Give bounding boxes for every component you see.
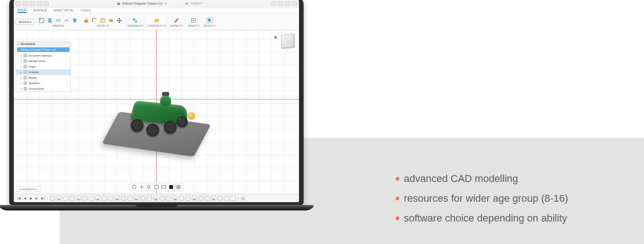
timeline-feature[interactable] bbox=[115, 196, 120, 201]
timeline-feature[interactable] bbox=[160, 196, 165, 201]
tab-sheetmetal[interactable]: SHEET METAL bbox=[53, 9, 74, 12]
timeline-feature[interactable] bbox=[166, 196, 171, 201]
ribbon-group-select-label[interactable]: SELECT ▾ bbox=[204, 24, 216, 27]
view-cube[interactable] bbox=[281, 34, 294, 48]
home-view-icon[interactable] bbox=[273, 35, 278, 40]
timeline-feature[interactable] bbox=[224, 196, 229, 201]
loft-icon[interactable] bbox=[71, 17, 78, 24]
browser-header[interactable]: ▾ BROWSER bbox=[16, 42, 70, 46]
timeline-feature[interactable] bbox=[179, 196, 184, 201]
ribbon-group-modify-label[interactable]: MODIFY ▾ bbox=[97, 24, 109, 27]
sketch-icon[interactable] bbox=[38, 17, 45, 24]
app-menu-button[interactable] bbox=[16, 1, 21, 6]
timeline-feature[interactable] bbox=[63, 196, 68, 201]
timeline-feature[interactable] bbox=[134, 196, 139, 201]
timeline-feature[interactable] bbox=[127, 196, 132, 201]
combine-icon[interactable] bbox=[108, 17, 115, 24]
timeline-feature[interactable] bbox=[192, 196, 197, 201]
grid-icon[interactable] bbox=[168, 184, 174, 190]
timeline-play-icon[interactable] bbox=[29, 196, 33, 201]
timeline-next-icon[interactable] bbox=[34, 196, 39, 201]
save-button[interactable] bbox=[29, 1, 35, 6]
timeline-feature[interactable] bbox=[211, 196, 216, 201]
workspace-selector[interactable]: DESIGN ▾ bbox=[16, 19, 34, 25]
timeline-feature[interactable] bbox=[185, 196, 190, 201]
timeline-feature[interactable] bbox=[108, 196, 113, 201]
viewports-icon[interactable] bbox=[176, 184, 181, 190]
document-tab-active[interactable]: Balloon Dragster Fusion v11 × bbox=[117, 2, 167, 6]
move-icon[interactable] bbox=[116, 17, 123, 24]
timeline-feature[interactable] bbox=[230, 196, 236, 201]
sweep-icon[interactable] bbox=[63, 17, 70, 24]
joint-icon[interactable] bbox=[132, 17, 138, 24]
browser-root-node[interactable]: ▿ Balloon Dragster Fusion v11 bbox=[17, 47, 69, 52]
ribbon-group-assemble-label[interactable]: ASSEMBLE ▾ bbox=[127, 24, 143, 27]
timeline-feature[interactable] bbox=[218, 196, 223, 201]
browser-item-origin[interactable]: ▸Origin bbox=[16, 64, 70, 69]
timeline-feature[interactable] bbox=[50, 196, 55, 201]
timeline-feature[interactable] bbox=[198, 196, 203, 201]
display-icon[interactable] bbox=[161, 184, 167, 190]
browser-item-label: Analysis bbox=[29, 71, 39, 74]
revolve-icon[interactable] bbox=[55, 17, 62, 24]
comments-panel-toggle[interactable]: COMMENTS ▸ bbox=[17, 187, 40, 192]
insert-icon[interactable] bbox=[190, 17, 197, 24]
extrude-icon[interactable] bbox=[46, 17, 53, 24]
select-icon[interactable] bbox=[206, 17, 213, 24]
timeline-feature[interactable] bbox=[121, 196, 126, 201]
timeline-feature[interactable] bbox=[205, 196, 210, 201]
document-tab-inactive[interactable]: Untitled* bbox=[185, 2, 202, 6]
extensions-button[interactable] bbox=[271, 1, 276, 6]
ribbon-group-construct-label[interactable]: CONSTRUCT ▾ bbox=[148, 24, 166, 27]
browser-item-bodies[interactable]: ▸Bodies bbox=[16, 75, 70, 80]
pan-icon[interactable] bbox=[139, 184, 144, 190]
browser-item-named-views[interactable]: ▸Named Views bbox=[16, 58, 70, 64]
timeline-feature[interactable] bbox=[82, 196, 87, 201]
timeline-settings-icon[interactable] bbox=[241, 196, 245, 201]
file-menu-button[interactable] bbox=[23, 1, 28, 6]
plane-icon[interactable] bbox=[153, 17, 160, 24]
fit-icon[interactable] bbox=[154, 184, 159, 190]
shell-icon[interactable] bbox=[99, 17, 106, 24]
timeline-feature[interactable] bbox=[76, 196, 81, 201]
orbit-icon[interactable] bbox=[132, 184, 137, 190]
undo-button[interactable] bbox=[36, 1, 42, 6]
timeline-prev-icon[interactable] bbox=[23, 196, 27, 201]
help-button[interactable] bbox=[285, 1, 290, 6]
tab-tools[interactable]: TOOLS bbox=[80, 9, 91, 12]
timeline-feature[interactable] bbox=[147, 196, 152, 201]
ribbon-group-insert-label[interactable]: INSERT ▾ bbox=[188, 24, 199, 27]
timeline-feature[interactable] bbox=[57, 196, 62, 201]
close-tab-icon[interactable]: × bbox=[165, 2, 167, 5]
timeline-feature[interactable] bbox=[95, 196, 100, 201]
measure-icon[interactable] bbox=[173, 17, 180, 24]
ribbon-group-create-label[interactable]: CREATE ▾ bbox=[52, 24, 64, 27]
timeline-feature[interactable] bbox=[69, 196, 75, 201]
tab-surface[interactable]: SURFACE bbox=[33, 9, 47, 12]
zoom-icon[interactable] bbox=[146, 184, 152, 190]
svg-point-32 bbox=[225, 197, 228, 199]
fillet-icon[interactable] bbox=[91, 17, 98, 24]
browser-item-document-settings[interactable]: ▸Document Settings bbox=[16, 53, 70, 58]
timeline-feature[interactable] bbox=[140, 196, 145, 201]
cube-icon bbox=[23, 76, 27, 79]
timeline-start-icon[interactable] bbox=[17, 196, 21, 201]
timeline-feature[interactable] bbox=[172, 196, 178, 201]
chevron-right-icon: ▸ bbox=[36, 188, 38, 191]
tab-solid[interactable]: SOLID bbox=[17, 8, 27, 13]
browser-item-analysis[interactable]: ▸Analysis bbox=[16, 69, 70, 75]
presspull-icon[interactable] bbox=[83, 17, 90, 24]
browser-item-sketches[interactable]: ▸Sketches bbox=[16, 80, 70, 86]
svg-point-18 bbox=[90, 197, 92, 199]
svg-rect-21 bbox=[122, 197, 125, 199]
timeline-end-icon[interactable] bbox=[40, 196, 45, 201]
account-button[interactable] bbox=[292, 1, 297, 6]
timeline-feature[interactable] bbox=[153, 196, 158, 201]
browser-item-construction[interactable]: ▸Construction bbox=[16, 86, 70, 91]
timeline-feature[interactable] bbox=[89, 196, 94, 201]
document-tab-active-label: Balloon Dragster Fusion v11 bbox=[122, 2, 163, 5]
redo-button[interactable] bbox=[43, 1, 49, 6]
ribbon-group-inspect-label[interactable]: INSPECT ▾ bbox=[170, 24, 183, 27]
notifications-button[interactable] bbox=[278, 1, 283, 6]
timeline-feature[interactable] bbox=[102, 196, 107, 201]
